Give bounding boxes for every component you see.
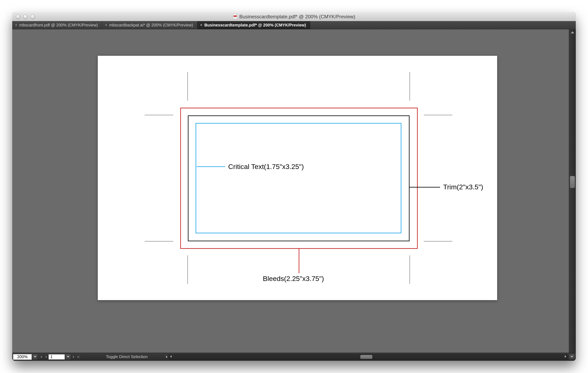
prev-artboard-button[interactable] — [43, 354, 49, 360]
zoom-window-button[interactable] — [31, 14, 35, 19]
tab-label: mbscardbackpat.ai* @ 200% (CMYK/Preview) — [109, 23, 193, 28]
crop-mark — [145, 241, 173, 242]
crop-mark — [188, 255, 188, 284]
artboard: Critical Text(1.75"x3.25") Trim(2"x3.5")… — [98, 56, 497, 300]
close-icon[interactable]: × — [200, 23, 202, 27]
crop-mark — [410, 255, 410, 284]
document-tab-bar: × mbscardfront.pdf @ 200% (CMYK/Preview)… — [12, 21, 576, 29]
artboard-number-field[interactable]: 1 — [49, 354, 65, 360]
chevron-down-icon — [34, 356, 36, 358]
scrollbar-thumb[interactable] — [360, 355, 372, 359]
crop-mark — [145, 115, 173, 115]
tab-document-3[interactable]: × Businesscardtemplate.pdf* @ 200% (CMYK… — [198, 21, 310, 29]
window-title-text: Businesscardtemplate.pdf* @ 200% (CMYK/P… — [239, 14, 355, 20]
zoom-level-field[interactable]: 200% — [13, 354, 32, 360]
leader-line — [197, 166, 225, 167]
leader-line — [410, 187, 440, 188]
crop-mark — [424, 115, 452, 115]
tab-document-2[interactable]: × mbscardbackpat.ai* @ 200% (CMYK/Previe… — [102, 21, 198, 29]
status-bar: 200% 1 Toggle Direct Selection — [12, 353, 576, 361]
minimize-window-button[interactable] — [23, 14, 28, 19]
close-icon[interactable]: × — [105, 23, 107, 27]
horizontal-scrollbar[interactable] — [169, 354, 568, 360]
app-window: Businesscardtemplate.pdf* @ 200% (CMYK/P… — [12, 12, 576, 361]
tab-label: Businesscardtemplate.pdf* @ 200% (CMYK/P… — [204, 23, 306, 28]
close-icon[interactable]: × — [15, 23, 17, 27]
label-bleeds: Bleeds(2.25"x3.75") — [263, 275, 324, 282]
titlebar[interactable]: Businesscardtemplate.pdf* @ 200% (CMYK/P… — [12, 12, 576, 21]
tab-label: mbscardfront.pdf @ 200% (CMYK/Preview) — [19, 23, 98, 28]
close-window-button[interactable] — [16, 14, 20, 19]
scroll-up-icon[interactable] — [571, 31, 574, 33]
status-hint: Toggle Direct Selection — [106, 354, 148, 359]
window-title: Businesscardtemplate.pdf* @ 200% (CMYK/P… — [12, 14, 576, 20]
scroll-left-icon[interactable] — [170, 355, 172, 358]
chevron-down-icon — [571, 356, 573, 358]
zoom-dropdown-button[interactable] — [32, 354, 38, 360]
leader-line — [299, 249, 299, 273]
first-artboard-button[interactable] — [38, 354, 43, 360]
status-menu-button[interactable] — [166, 356, 168, 358]
chevron-down-icon — [67, 356, 69, 358]
artboard-paper: Critical Text(1.75"x3.25") Trim(2"x3.5")… — [98, 56, 497, 300]
next-artboard-button[interactable] — [71, 354, 76, 360]
safe-box — [196, 123, 401, 233]
artboard-dropdown-button[interactable] — [65, 354, 71, 360]
crop-mark — [424, 241, 452, 242]
crop-mark — [188, 72, 188, 101]
crop-mark — [410, 72, 410, 101]
tab-document-1[interactable]: × mbscardfront.pdf @ 200% (CMYK/Preview) — [12, 21, 102, 29]
last-artboard-button[interactable] — [76, 354, 82, 360]
label-critical-text: Critical Text(1.75"x3.25") — [228, 163, 304, 171]
panel-options-button[interactable] — [569, 354, 575, 360]
canvas-workspace[interactable]: Critical Text(1.75"x3.25") Trim(2"x3.5")… — [12, 29, 576, 353]
label-trim: Trim(2"x3.5") — [443, 183, 483, 191]
window-controls — [12, 14, 35, 19]
scroll-right-icon[interactable] — [565, 355, 566, 358]
vertical-scrollbar[interactable] — [569, 29, 576, 353]
pdf-file-icon — [233, 14, 237, 19]
scrollbar-thumb[interactable] — [570, 176, 575, 188]
